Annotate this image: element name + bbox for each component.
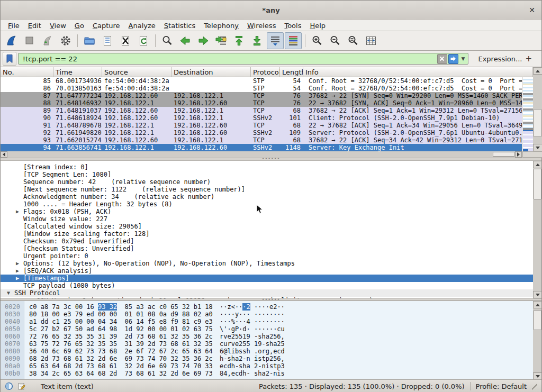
hex-row-0080[interactable]: 008036 40 6c 69 62 73 73 68 2e 6f 72 67 …: [1, 348, 533, 355]
go-forward-button[interactable]: [195, 32, 212, 49]
menu-file[interactable]: File: [4, 21, 24, 30]
hex-ascii[interactable]: 84,ecdh- sha2-nis: [220, 370, 285, 377]
hex-ascii[interactable]: h-sha2-n istp256,: [220, 355, 285, 362]
scroll-up-button[interactable]: [533, 67, 542, 75]
hex-row-0070[interactable]: 007063 75 72 76 65 32 35 35 31 39 2d 73 …: [1, 340, 533, 348]
packet-row-88[interactable]: 8871.648146932192.168.122.1192.168.122.6…: [1, 99, 522, 107]
menu-statistics[interactable]: Statistics: [160, 21, 200, 30]
expert-info-icon[interactable]: [5, 382, 13, 390]
menu-view[interactable]: View: [46, 21, 70, 30]
hex-bytes[interactable]: 68 2d 73 68 61 32 2d 6e 69 73 74 70 32 3…: [29, 355, 213, 362]
menu-wireless[interactable]: Wireless: [243, 21, 280, 30]
scroll-up-button[interactable]: [533, 301, 541, 308]
zoom-in-button[interactable]: [309, 32, 326, 49]
detail-vscrollbar[interactable]: [533, 161, 541, 298]
menu-tools[interactable]: Tools: [280, 21, 305, 30]
reload-file-button[interactable]: [135, 32, 152, 49]
detail-line[interactable]: ▼SSH Protocol: [1, 289, 533, 297]
packet-row-91[interactable]: 9171.648789678192.168.122.1192.168.122.6…: [1, 122, 522, 129]
hex-bytes[interactable]: 72 76 65 32 35 35 31 39 2d 73 68 61 32 3…: [29, 333, 213, 340]
restart-capture-button[interactable]: [39, 32, 56, 49]
vscroll-thumb[interactable]: [534, 310, 541, 330]
auto-scroll-button[interactable]: [267, 32, 284, 49]
hscroll-thumb[interactable]: [493, 152, 515, 157]
hex-ascii[interactable]: ecdh-sha 2-nistp3: [220, 362, 285, 370]
packet-row-93[interactable]: 9371.662015274192.168.122.60192.168.122.…: [1, 136, 522, 144]
open-file-button[interactable]: [81, 32, 98, 49]
expression-button[interactable]: Expression...: [478, 55, 522, 63]
filter-input[interactable]: !tcp.port == 22 ▼: [18, 53, 469, 65]
go-first-button[interactable]: [231, 32, 248, 49]
go-last-button[interactable]: [249, 32, 266, 49]
hex-vscrollbar[interactable]: [533, 301, 541, 379]
scroll-down-button[interactable]: [533, 144, 542, 151]
expand-icon[interactable]: ▶: [16, 275, 19, 282]
detail-line[interactable]: [Stream index: 0]: [1, 163, 533, 171]
menu-capture[interactable]: Capture: [88, 21, 124, 30]
hex-row-00a0[interactable]: 00a065 63 64 68 2d 73 68 61 32 2d 6e 69 …: [1, 362, 533, 370]
capture-comment-icon[interactable]: [17, 382, 26, 390]
hex-bytes[interactable]: c0 a8 7a 3c 00 16 93 32 85 a3 ac c0 65 3…: [29, 303, 213, 311]
profile-text[interactable]: Profile: Default: [476, 382, 527, 390]
detail-line[interactable]: [Next sequence number: 1122 (relative se…: [1, 186, 533, 193]
zoom-out-button[interactable]: [327, 32, 344, 49]
detail-line[interactable]: [Checksum Status: Unverified]: [1, 245, 533, 252]
detail-line[interactable]: Checksum: 0x79ed [unverified]: [1, 238, 533, 245]
packet-row-87[interactable]: 8771.647777234192.168.122.60192.168.122.…: [1, 92, 522, 99]
packet-list-minimap[interactable]: [522, 77, 533, 151]
packet-row-86[interactable]: 8670.013850163fe:54:00:d4:38:2aSTP54Conf…: [1, 85, 522, 92]
scroll-left-button[interactable]: [1, 151, 7, 158]
hex-ascii[interactable]: ···%···4 ········: [220, 318, 285, 325]
packet-row-92[interactable]: 9271.661949820192.168.122.1192.168.122.6…: [1, 129, 522, 136]
scroll-up-button[interactable]: [533, 161, 541, 168]
resize-grip[interactable]: [532, 382, 537, 390]
hex-bytes[interactable]: a1 dd c1 25 00 00 04 34 06 14 f5 e8 f9 8…: [29, 318, 213, 325]
menu-analyze[interactable]: Analyze: [124, 21, 160, 30]
scroll-down-button[interactable]: [533, 372, 541, 379]
menu-telephony[interactable]: Telephony: [200, 21, 243, 30]
detail-line[interactable]: [Calculated window size: 29056]: [1, 223, 533, 230]
resize-columns-button[interactable]: [363, 32, 380, 49]
hex-bytes[interactable]: 80 18 00 e3 79 ed 00 00 01 01 08 0a d9 8…: [29, 311, 213, 318]
hex-ascii[interactable]: ··z<···2 ····e2··: [220, 303, 285, 311]
packet-list-vscrollbar[interactable]: [533, 67, 542, 151]
hex-bytes[interactable]: 63 75 72 76 65 32 35 35 31 39 2d 73 68 6…: [29, 340, 213, 348]
packet-row-89[interactable]: 8971.648191037192.168.122.60192.168.122.…: [1, 107, 522, 114]
hex-row-0030[interactable]: 003080 18 00 e3 79 ed 00 00 01 01 08 0a …: [1, 311, 533, 318]
packet-row-85[interactable]: 8568.001734936fe:54:00:d4:38:2aSTP54Conf…: [1, 77, 522, 85]
hex-ascii[interactable]: rve25519 -sha256,: [220, 333, 285, 340]
detail-line[interactable]: Sequence number: 42 (relative sequence n…: [1, 178, 533, 186]
column-header-destination[interactable]: Destination: [171, 67, 251, 77]
menu-help[interactable]: Help: [305, 21, 330, 30]
colorize-button[interactable]: [285, 32, 302, 49]
column-header-length[interactable]: Length: [280, 67, 303, 77]
filter-bookmark-button[interactable]: [3, 52, 16, 66]
scroll-right-button[interactable]: [515, 151, 522, 158]
hex-row-0090[interactable]: 009068 2d 73 68 61 32 2d 6e 69 73 74 70 …: [1, 355, 533, 362]
packet-row-94[interactable]: 9471.663856741192.168.122.1192.168.122.6…: [1, 144, 522, 151]
detail-line[interactable]: [TCP Segment Len: 1080]: [1, 171, 533, 178]
close-icon[interactable]: ✕: [529, 5, 535, 15]
expand-icon[interactable]: ▶: [16, 208, 19, 215]
scroll-down-button[interactable]: [533, 291, 541, 298]
expand-icon[interactable]: ▶: [16, 260, 19, 267]
detail-line[interactable]: Acknowledgment number: 34 (relative ack …: [1, 193, 533, 200]
expand-icon[interactable]: ▶: [16, 267, 19, 275]
save-file-button[interactable]: [99, 32, 116, 49]
detail-line[interactable]: ▶Flags: 0x018 (PSH, ACK): [1, 208, 533, 215]
vscroll-thumb[interactable]: [534, 169, 541, 199]
hex-bytes[interactable]: 36 40 6c 69 62 73 73 68 2e 6f 72 67 2c 6…: [29, 348, 213, 355]
detail-line[interactable]: [Window size scaling factor: 128]: [1, 230, 533, 238]
filter-clear-button[interactable]: [437, 54, 447, 64]
find-packet-button[interactable]: [159, 32, 176, 49]
hex-bytes[interactable]: 38 34 2c 65 63 64 68 2d 73 68 61 32 2d 6…: [29, 370, 213, 377]
packet-row-90[interactable]: 9071.648618924192.168.122.60192.168.122.…: [1, 114, 522, 122]
start-capture-button[interactable]: [3, 32, 20, 49]
hex-ascii[interactable]: \'·gP·d· ······cu: [220, 325, 285, 333]
detail-line[interactable]: 1000 .... = Header Length: 32 bytes (8): [1, 200, 533, 208]
hex-row-0060[interactable]: 006072 76 65 32 35 35 31 39 2d 73 68 61 …: [1, 333, 533, 340]
go-to-packet-button[interactable]: [213, 32, 230, 49]
column-header-no[interactable]: No.: [1, 67, 53, 77]
close-file-button[interactable]: [117, 32, 134, 49]
hex-row-00b0[interactable]: 00b038 34 2c 65 63 64 68 2d 73 68 61 32 …: [1, 370, 533, 377]
